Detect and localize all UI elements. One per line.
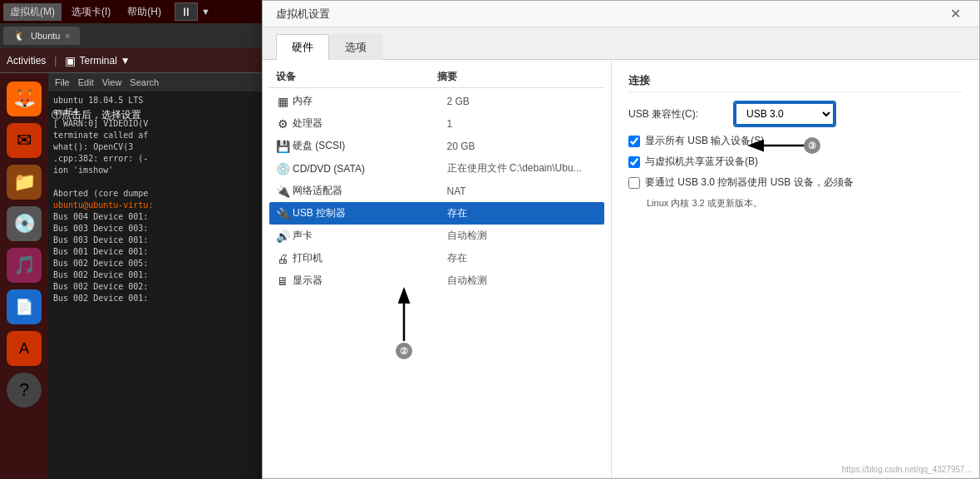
sound-name: 声卡 (293, 229, 447, 243)
ubuntu-tab-close[interactable]: × (65, 32, 70, 41)
terminal-bus1: Bus 004 Device 001: (53, 211, 266, 223)
sidebar-icon-music[interactable]: 🎵 (7, 248, 42, 283)
device-list-header: 设备 摘要 (269, 67, 604, 88)
cdvd-summary: 正在使用文件 C:\debain\Ubu... (447, 161, 602, 175)
checkbox-label-3: 要通过 USB 3.0 控制器使用 USB 设备，必须备 (645, 175, 854, 190)
ubuntu-tab-label: Ubuntu (31, 31, 60, 41)
vm-menu-vm[interactable]: 虚拟机(M) (3, 3, 62, 21)
usb-compat-row: USB 兼容性(C): USB 2.0 USB 3.0 USB 3.1 (628, 102, 963, 126)
terminal-bus5: Bus 002 Device 005: (53, 258, 266, 269)
checkbox-row-3: 要通过 USB 3.0 控制器使用 USB 设备，必须备 (628, 175, 963, 190)
dialog-body: 设备 摘要 ▦ 内存 2 GB ⚙ 处理器 1 💾 硬盘 (SCSI) 20 G… (263, 60, 979, 477)
vm-taskbar: 虚拟机(M) 选项卡(I) 帮助(H) ⏸ ▼ (0, 0, 266, 23)
terminal-line-title: ubuntu 18.04.5 LTSamd64 (53, 95, 266, 118)
display-icon: 🖥 (273, 274, 293, 288)
usb-info-text: Linux 内核 3.2 或更新版本。 (647, 196, 963, 211)
device-row-sound[interactable]: 🔊 声卡 自动检测 (269, 225, 604, 247)
terminal-line-5: ion 'imshow' (53, 165, 266, 176)
terminal-menu-view[interactable]: View (102, 77, 122, 87)
usb-summary: 存在 (447, 206, 602, 220)
memory-name: 内存 (293, 94, 447, 108)
terminal-line-abort: Aborted (core dumpe (53, 188, 266, 200)
ubuntu-activities-bar: Activities | ▣ Terminal ▼ (0, 48, 266, 73)
checkbox-usb30-info[interactable] (628, 177, 640, 189)
vm-settings-dialog: 虚拟机设置 ✕ 硬件 选项 设备 摘要 ▦ 内存 2 GB ⚙ 处理器 1 (262, 0, 980, 479)
terminal-prompt: ubuntu@ubuntu-virtu: (53, 200, 266, 211)
tab-hardware[interactable]: 硬件 (276, 34, 329, 60)
terminal-line-3: what(): OpenCV(3 (53, 141, 266, 153)
device-row-usb[interactable]: 🔌 USB 控制器 存在 (269, 202, 604, 225)
vm-menu-help[interactable]: 帮助(H) (121, 3, 168, 21)
tab-options[interactable]: 选项 (329, 34, 382, 60)
memory-icon: ▦ (273, 95, 293, 108)
printer-summary: 存在 (447, 251, 602, 265)
dialog-tabs: 硬件 选项 (263, 27, 979, 60)
vm-menu-tabs[interactable]: 选项卡(I) (65, 3, 117, 21)
activities-button[interactable]: Activities (7, 55, 46, 67)
dialog-close-button[interactable]: ✕ (945, 4, 966, 23)
network-icon: 🔌 (273, 185, 293, 198)
device-row-cdvd[interactable]: 💿 CD/DVD (SATA) 正在使用文件 C:\debain\Ubu... (269, 157, 604, 180)
hdd-name: 硬盘 (SCSI) (293, 139, 447, 153)
terminal-icon: ▣ (65, 54, 76, 67)
usb-compat-label: USB 兼容性(C): (628, 107, 728, 121)
hdd-summary: 20 GB (447, 141, 602, 152)
sound-icon: 🔊 (273, 230, 293, 243)
connection-section-title: 连接 (628, 73, 963, 92)
terminal-menu-file[interactable]: File (55, 77, 70, 87)
terminal-content: ubuntu 18.04.5 LTSamd64 [ WARN:0] VIDEOI… (48, 91, 271, 308)
device-row-printer[interactable]: 🖨 打印机 存在 (269, 247, 604, 269)
terminal-button[interactable]: ▣ Terminal ▼ (65, 54, 130, 67)
usb-settings-panel: 连接 USB 兼容性(C): USB 2.0 USB 3.0 USB 3.1 显… (612, 60, 979, 477)
usb-icon: 🔌 (273, 207, 293, 220)
cpu-icon: ⚙ (273, 117, 293, 131)
sidebar-icon-help[interactable]: ? (7, 373, 42, 407)
terminal-menu-search[interactable]: Search (130, 77, 159, 87)
network-name: 网络适配器 (293, 184, 447, 198)
checkbox-label-2: 与虚拟机共享蓝牙设备(B) (645, 155, 758, 169)
usb-compat-select[interactable]: USB 2.0 USB 3.0 USB 3.1 (735, 102, 835, 126)
device-row-network[interactable]: 🔌 网络适配器 NAT (269, 180, 604, 202)
hdd-icon: 💾 (273, 140, 293, 153)
display-name: 显示器 (293, 274, 447, 288)
printer-icon: 🖨 (273, 252, 293, 265)
csdn-watermark: https://blog.csdn.net/qq_4327957... (842, 465, 972, 474)
ubuntu-tab-bar: 🐧 Ubuntu × (0, 23, 266, 48)
usb-name: USB 控制器 (293, 206, 447, 220)
icon-sidebar: 🦊 ✉ 📁 💿 🎵 📄 A ? (0, 73, 48, 479)
ubuntu-tab[interactable]: 🐧 Ubuntu × (3, 27, 80, 45)
cdvd-icon: 💿 (273, 162, 293, 175)
display-summary: 自动检测 (447, 274, 602, 288)
sidebar-icon-files[interactable]: 📁 (7, 165, 42, 200)
device-row-display[interactable]: 🖥 显示器 自动检测 (269, 269, 604, 292)
cpu-summary: 1 (447, 118, 602, 130)
terminal-label: Terminal (79, 55, 116, 67)
dialog-title: 虚拟机设置 (276, 7, 330, 22)
separator: | (54, 55, 57, 67)
vm-pause-button[interactable]: ⏸ (175, 2, 198, 21)
checkbox-row-2: 与虚拟机共享蓝牙设备(B) (628, 155, 963, 169)
terminal-bus6: Bus 002 Device 001: (53, 269, 266, 281)
checkbox-show-all-usb[interactable] (628, 136, 640, 147)
terminal-bus8: Bus 002 Device 001: (53, 293, 266, 304)
sound-summary: 自动检测 (447, 229, 602, 243)
device-row-hdd[interactable]: 💾 硬盘 (SCSI) 20 GB (269, 135, 604, 157)
device-row-memory[interactable]: ▦ 内存 2 GB (269, 90, 604, 112)
checkbox-share-bluetooth[interactable] (628, 156, 640, 168)
sidebar-icon-mail[interactable]: ✉ (7, 123, 42, 158)
printer-name: 打印机 (293, 251, 447, 265)
terminal-titlebar: File Edit View Search (48, 73, 271, 91)
sidebar-icon-firefox[interactable]: 🦊 (7, 81, 42, 116)
terminal-bus2: Bus 003 Device 003: (53, 223, 266, 235)
sidebar-icon-app[interactable]: A (7, 331, 42, 366)
terminal-bus7: Bus 002 Device 002: (53, 281, 266, 293)
terminal-menu: File Edit View Search (55, 77, 159, 87)
device-row-cpu[interactable]: ⚙ 处理器 1 (269, 112, 604, 135)
sidebar-icon-doc[interactable]: 📄 (7, 289, 42, 324)
device-list-panel: 设备 摘要 ▦ 内存 2 GB ⚙ 处理器 1 💾 硬盘 (SCSI) 20 G… (263, 60, 612, 477)
dialog-titlebar: 虚拟机设置 ✕ (263, 1, 979, 27)
terminal-menu-edit[interactable]: Edit (78, 77, 94, 87)
checkbox-label-1: 显示所有 USB 输入设备(S) (645, 134, 764, 148)
terminal-dropdown: ▼ (121, 55, 131, 67)
sidebar-icon-dvd[interactable]: 💿 (7, 206, 42, 241)
